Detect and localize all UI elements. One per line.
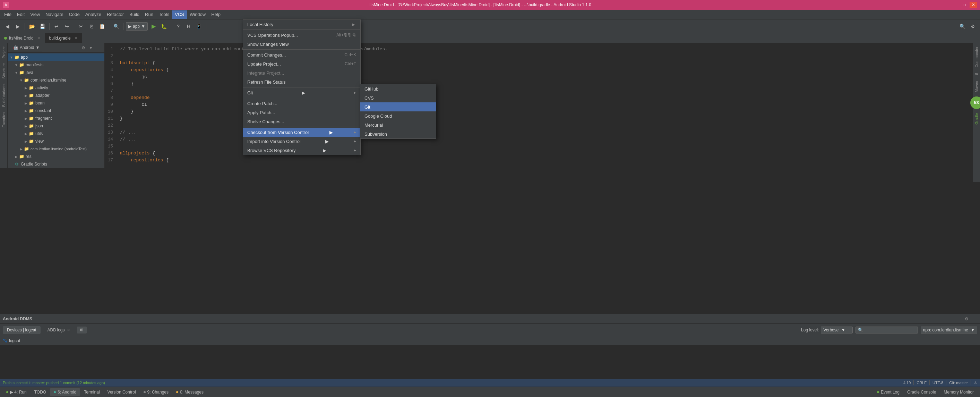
tree-item-lerdian[interactable]: ▼ 📁 com.lerdian.itsmine xyxy=(8,77,104,84)
breadcrumb-gradle-close[interactable]: ✕ xyxy=(74,36,78,41)
toolbar-run[interactable]: ▶ xyxy=(149,22,158,31)
menu-run[interactable]: Run xyxy=(142,10,156,19)
bottom-toolbar-icon[interactable]: ⊞ xyxy=(77,327,87,333)
bottom-panel-settings[interactable]: ⚙ xyxy=(963,316,970,322)
checkout-git[interactable]: Git xyxy=(360,102,436,112)
panel-icon-2[interactable]: ▼ xyxy=(88,45,94,51)
breadcrumb-gradle-tab[interactable]: build.gradle ✕ xyxy=(45,33,82,43)
menu-view[interactable]: View xyxy=(27,10,43,19)
toolbar-open[interactable]: 📂 xyxy=(27,22,37,31)
tree-item-utils[interactable]: ▶ 📁 utils xyxy=(8,130,104,137)
toolbar-cut[interactable]: ✂ xyxy=(76,22,86,31)
tree-item-json[interactable]: ▶ 📁 json xyxy=(8,122,104,130)
tool-tab-event-log[interactable]: Event Log xyxy=(873,388,903,396)
build-indicator[interactable]: 53 xyxy=(970,96,980,109)
tool-tab-memory-monitor[interactable]: Memory Monitor xyxy=(940,388,977,396)
maven-label[interactable]: m xyxy=(974,71,980,77)
build-variants-tab[interactable]: Build Variants xyxy=(1,81,7,109)
vcs-apply-patch[interactable]: Apply Patch... xyxy=(243,108,360,117)
toolbar-settings[interactable]: ⚙ xyxy=(968,22,977,31)
toolbar-back[interactable]: ◀ xyxy=(3,22,12,31)
menu-build[interactable]: Build xyxy=(127,10,142,19)
tree-item-manifests[interactable]: ▼ 📁 manifests xyxy=(8,61,104,69)
tool-tab-android[interactable]: 6: Android xyxy=(50,388,80,396)
tree-item-bean[interactable]: ▶ 📁 bean xyxy=(8,99,104,107)
checkout-google-cloud[interactable]: Google Cloud xyxy=(360,112,436,120)
tree-item-res[interactable]: ▶ 📁 res xyxy=(8,153,104,160)
toolbar-help[interactable]: ? xyxy=(174,22,183,31)
checkout-subversion[interactable]: Subversion xyxy=(360,129,436,139)
menu-help[interactable]: Help xyxy=(208,10,223,19)
vcs-local-history[interactable]: Local History ▶ xyxy=(243,20,360,29)
tree-item-java[interactable]: ▼ 📁 java xyxy=(8,69,104,77)
tab-adb-logs[interactable]: ADB logs ✕ xyxy=(43,326,74,334)
vcs-refresh-status[interactable]: Refresh File Status xyxy=(243,77,360,86)
tool-tab-gradle-console[interactable]: Gradle Console xyxy=(904,388,939,396)
tool-tab-version-control[interactable]: Version Control xyxy=(104,388,139,396)
vcs-show-changes[interactable]: Show Changes View xyxy=(243,40,360,49)
favorites-tab[interactable]: Favorites xyxy=(1,110,7,129)
menu-window[interactable]: Window xyxy=(187,10,208,19)
maven-tab[interactable]: Maven xyxy=(974,79,980,94)
panel-icon-3[interactable]: — xyxy=(95,45,102,51)
tree-item-androidtest[interactable]: ▶ 📁 com.lerdian.itsmine (androidTest) xyxy=(8,145,104,153)
minimize-button[interactable]: ─ xyxy=(951,2,959,8)
toolbar-search[interactable]: 🔍 xyxy=(112,22,121,31)
structure-tab[interactable]: Structure xyxy=(1,61,7,81)
menu-file[interactable]: File xyxy=(2,10,14,19)
vcs-browse[interactable]: Browse VCS Repository ▶ xyxy=(243,146,360,155)
vcs-checkout[interactable]: Checkout from Version Control ▶ xyxy=(243,128,360,137)
vcs-create-patch[interactable]: Create Patch... xyxy=(243,99,360,108)
bottom-panel-minimize[interactable]: — xyxy=(971,316,977,322)
tool-tab-terminal[interactable]: Terminal xyxy=(80,388,103,396)
vcs-integrate-project[interactable]: Integrate Project... xyxy=(243,69,360,77)
vcs-update-project[interactable]: Update Project... Ctrl+T xyxy=(243,59,360,69)
checkout-github[interactable]: GitHub xyxy=(360,85,436,93)
tool-tab-todo[interactable]: TODO xyxy=(31,388,49,396)
logcat-search-input[interactable] xyxy=(856,327,918,333)
tree-item-view[interactable]: ▶ 📁 view xyxy=(8,137,104,145)
tool-tab-changes[interactable]: 9: Changes xyxy=(140,388,172,396)
toolbar-debug[interactable]: 🐛 xyxy=(159,22,169,31)
android-select[interactable]: 🤖 Android ▼ xyxy=(10,44,42,51)
toolbar-forward[interactable]: ▶ xyxy=(13,22,22,31)
tree-item-app[interactable]: ▼ 📁 app xyxy=(8,53,104,61)
breadcrumb-droid-tab[interactable]: ItsMine.Droid ✕ xyxy=(0,33,45,43)
vcs-shelve-changes[interactable]: Shelve Changes... xyxy=(243,117,360,126)
app-select[interactable]: app: com.lerdian.itsmine ▼ xyxy=(921,327,977,333)
run-config-dropdown[interactable]: ▶ app ▼ xyxy=(126,22,148,30)
close-button[interactable]: ✕ xyxy=(970,2,977,8)
checkout-mercurial[interactable]: Mercurial xyxy=(360,120,436,129)
toolbar-search-right[interactable]: 🔍 xyxy=(958,22,967,31)
log-level-select[interactable]: Verbose ▼ xyxy=(821,327,853,333)
editor-area[interactable]: 1 // Top-level build file where you can … xyxy=(97,43,959,168)
toolbar-sdk[interactable]: H xyxy=(184,22,193,31)
toolbar-redo[interactable]: ↪ xyxy=(62,22,72,31)
tree-item-constant[interactable]: ▶ 📁 constant xyxy=(8,107,104,115)
tree-item-activity[interactable]: ▶ 📁 activity xyxy=(8,84,104,92)
vcs-git[interactable]: Git ▶ xyxy=(243,88,360,97)
toolbar-avd[interactable]: 📱 xyxy=(194,22,204,31)
tool-tab-run[interactable]: ▶ 4: Run xyxy=(3,388,30,396)
toolbar-paste[interactable]: 📋 xyxy=(97,22,107,31)
vcs-commit-changes[interactable]: Commit Changes... Ctrl+K xyxy=(243,50,360,59)
menu-edit[interactable]: Edit xyxy=(14,10,27,19)
tab-devices-logcat[interactable]: Devices | logcat xyxy=(3,326,41,334)
menu-analyze[interactable]: Analyze xyxy=(83,10,104,19)
tree-item-gradle-scripts[interactable]: ⚙ Gradle Scripts xyxy=(8,160,104,168)
menu-navigate[interactable]: Navigate xyxy=(43,10,66,19)
checkout-cvs[interactable]: CVS xyxy=(360,93,436,102)
toolbar-save[interactable]: 💾 xyxy=(38,22,47,31)
project-tab[interactable]: Project xyxy=(1,45,7,61)
menu-code[interactable]: Code xyxy=(66,10,83,19)
commander-tab[interactable]: Commander xyxy=(974,45,980,70)
tree-item-fragment[interactable]: ▶ 📁 fragment xyxy=(8,115,104,122)
panel-icon-1[interactable]: ⚙ xyxy=(80,45,86,51)
vcs-operations-popup[interactable]: VCS Operations Popup... Alt+引引号 xyxy=(243,30,360,40)
menu-refactor[interactable]: Refactor xyxy=(104,10,127,19)
menu-vcs[interactable]: VCS xyxy=(172,10,187,19)
tool-tab-messages[interactable]: 0: Messages xyxy=(173,388,207,396)
tab-adb-logs-close[interactable]: ✕ xyxy=(67,328,70,332)
gradle-vert-tab[interactable]: Gradle xyxy=(974,111,980,127)
tree-item-adapter[interactable]: ▶ 📁 adapter xyxy=(8,92,104,99)
